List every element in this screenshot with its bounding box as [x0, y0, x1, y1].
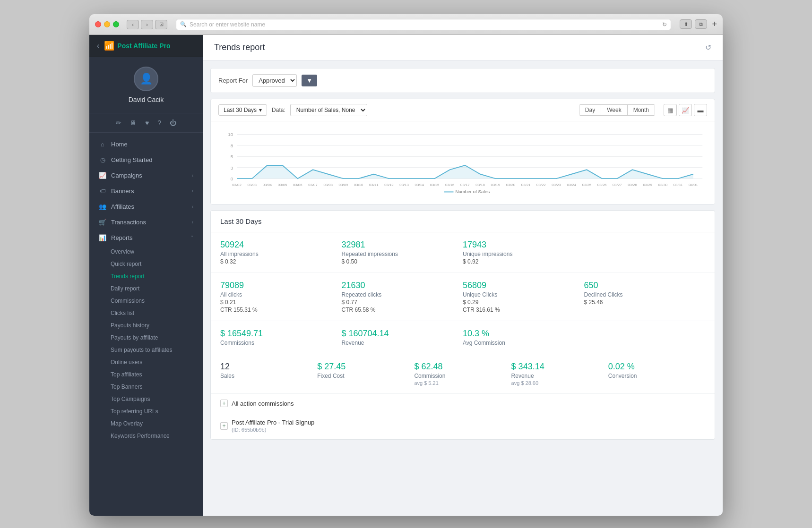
logo-text: Post Affiliate Pro: [117, 42, 170, 50]
svg-text:03/21: 03/21: [521, 183, 531, 187]
sidebar-logo: 📶 Post Affiliate Pro: [104, 41, 170, 51]
sidebar-item-reports-label: Reports: [111, 234, 133, 241]
svg-text:03/10: 03/10: [354, 183, 363, 187]
sub-item-quick-report[interactable]: Quick report: [89, 258, 203, 270]
sidebar-toggle-button[interactable]: ⊡: [155, 20, 167, 29]
back-nav-button[interactable]: ‹: [127, 20, 139, 29]
new-tab-button[interactable]: +: [712, 19, 717, 29]
all-clicks-sub: $ 0.21: [220, 299, 342, 306]
svg-text:5: 5: [231, 154, 233, 159]
revenue-sales-label: Revenue: [511, 373, 608, 379]
forward-nav-button[interactable]: ›: [141, 20, 153, 29]
revenue-stat: $ 160704.14 Revenue: [342, 329, 463, 346]
filter-icon-button[interactable]: ▼: [302, 75, 317, 86]
sales-stat: 12 Sales: [220, 362, 317, 379]
commission-stat: $ 62.48 Commission avg $ 5.21: [414, 362, 511, 386]
sub-item-trends-report[interactable]: Trends report: [89, 270, 203, 282]
edit-icon[interactable]: ✏: [116, 119, 121, 127]
filter-bar: Report For Approved Pending Declined ▼: [210, 68, 715, 93]
date-range-button[interactable]: Last 30 Days ▾: [218, 104, 267, 116]
svg-text:3: 3: [231, 165, 233, 170]
column-chart-button[interactable]: ▬: [694, 104, 707, 116]
sidebar-item-transactions[interactable]: 🛒 Transactions ‹: [89, 214, 203, 230]
trial-signup-toggle[interactable]: +: [220, 422, 228, 430]
sub-item-top-affiliates[interactable]: Top affiliates: [89, 368, 203, 381]
date-range-label: Last 30 Days: [224, 107, 257, 113]
share-button[interactable]: ⬆: [680, 19, 692, 29]
all-impressions-stat: 50924 All impressions $ 0.32: [220, 240, 342, 265]
sidebar-item-affiliates[interactable]: 👥 Affiliates ‹: [89, 199, 203, 214]
campaigns-icon: 📈: [99, 172, 106, 179]
sidebar-item-campaigns[interactable]: 📈 Campaigns ‹: [89, 168, 203, 183]
svg-text:03/26: 03/26: [597, 183, 607, 187]
reports-submenu: Overview Quick report Trends report Dail…: [89, 246, 203, 442]
unique-impressions-stat: 17943 Unique impressions $ 0.92: [463, 240, 584, 265]
day-period-button[interactable]: Day: [579, 105, 601, 115]
sub-item-online-users[interactable]: Online users: [89, 356, 203, 368]
line-chart-button[interactable]: 📈: [679, 104, 692, 116]
transactions-icon: 🛒: [99, 219, 106, 226]
sub-item-top-banners[interactable]: Top Banners: [89, 381, 203, 393]
sidebar-item-getting-started[interactable]: ◷ Getting Started: [89, 152, 203, 168]
content-header: Trends report ↺: [203, 35, 723, 60]
sub-item-overview[interactable]: Overview: [89, 246, 203, 258]
month-period-button[interactable]: Month: [628, 105, 655, 115]
empty-stat-2: [584, 329, 706, 346]
sidebar-item-transactions-label: Transactions: [111, 219, 146, 226]
sub-item-commissions[interactable]: Commissions: [89, 295, 203, 307]
declined-clicks-sub: $ 25.46: [584, 299, 706, 306]
repeated-clicks-stat: 21630 Repeated clicks $ 0.77 CTR 65.58 %: [342, 281, 463, 313]
url-refresh-icon[interactable]: ↻: [662, 21, 667, 28]
svg-text:03/15: 03/15: [430, 183, 440, 187]
close-button[interactable]: [95, 21, 101, 27]
clock-icon: ◷: [99, 156, 106, 163]
sub-item-clicks-list[interactable]: Clicks list: [89, 307, 203, 319]
trial-signup-section[interactable]: + Post Affiliate Pro - Trial Signup(ID: …: [211, 413, 715, 439]
svg-text:03/11: 03/11: [369, 183, 379, 187]
commission-avg: avg $ 5.21: [414, 380, 511, 386]
monitor-icon[interactable]: 🖥: [130, 119, 137, 127]
repeated-impressions-sub: $ 0.50: [342, 258, 463, 265]
stats-section: Last 30 Days 50924 All impressions $ 0.3…: [210, 210, 715, 440]
bar-chart-button[interactable]: ▦: [664, 104, 677, 116]
sub-item-sum-payouts[interactable]: Sum payouts to affiliates: [89, 344, 203, 356]
sub-item-keywords[interactable]: Keywords Performance: [89, 430, 203, 442]
sub-item-top-campaigns[interactable]: Top Campaigns: [89, 393, 203, 405]
url-bar[interactable]: 🔍 Search or enter website name ↻: [176, 19, 671, 30]
sidebar-back-button[interactable]: ‹: [97, 42, 99, 50]
commission-value: $ 62.48: [414, 362, 511, 372]
tabs-button[interactable]: ⧉: [695, 19, 707, 29]
transactions-arrow-icon: ‹: [192, 220, 193, 225]
sub-item-payouts-history[interactable]: Payouts history: [89, 319, 203, 332]
maximize-button[interactable]: [113, 21, 119, 27]
title-bar: ‹ › ⊡ 🔍 Search or enter website name ↻ ⬆…: [89, 14, 723, 35]
affiliates-icon: 👥: [99, 203, 106, 210]
sidebar-header: ‹ 📶 Post Affiliate Pro: [89, 35, 203, 57]
sub-item-map-overlay[interactable]: Map Overlay: [89, 417, 203, 430]
sidebar-item-home[interactable]: ⌂ Home: [89, 136, 203, 152]
empty-stat: [584, 240, 706, 265]
sub-item-payouts-by-affiliate[interactable]: Payouts by affiliate: [89, 332, 203, 344]
action-commissions-toggle[interactable]: +: [220, 400, 228, 407]
trends-chart: 10 8 5 3 0 03/02: [218, 129, 707, 195]
header-refresh-button[interactable]: ↺: [705, 43, 711, 52]
week-period-button[interactable]: Week: [601, 105, 627, 115]
avatar: 👤: [134, 67, 158, 91]
conversion-stat: 0.02 % Conversion: [608, 362, 705, 379]
svg-text:03/12: 03/12: [384, 183, 394, 187]
sidebar-item-reports[interactable]: 📊 Reports ˅: [89, 230, 203, 246]
conversion-label: Conversion: [608, 373, 705, 379]
help-icon[interactable]: ?: [157, 119, 161, 127]
sidebar-item-banners[interactable]: 🏷 Banners ‹: [89, 183, 203, 199]
minimize-button[interactable]: [104, 21, 110, 27]
all-action-commissions-section[interactable]: + All action commissions: [211, 394, 715, 413]
sub-item-top-referring[interactable]: Top referring URLs: [89, 405, 203, 417]
heart-icon[interactable]: ♥: [145, 119, 149, 127]
sales-row: 12 Sales $ 27.45 Fixed Cost $ 62.48 Comm…: [211, 354, 715, 394]
power-icon[interactable]: ⏻: [170, 119, 176, 127]
data-select[interactable]: Number of Sales, None: [290, 104, 367, 116]
report-for-select[interactable]: Approved Pending Declined: [252, 74, 297, 87]
sub-item-daily-report[interactable]: Daily report: [89, 282, 203, 295]
content-body: Report For Approved Pending Declined ▼ L…: [203, 60, 723, 447]
unique-clicks-label: Unique Clicks: [463, 291, 584, 298]
